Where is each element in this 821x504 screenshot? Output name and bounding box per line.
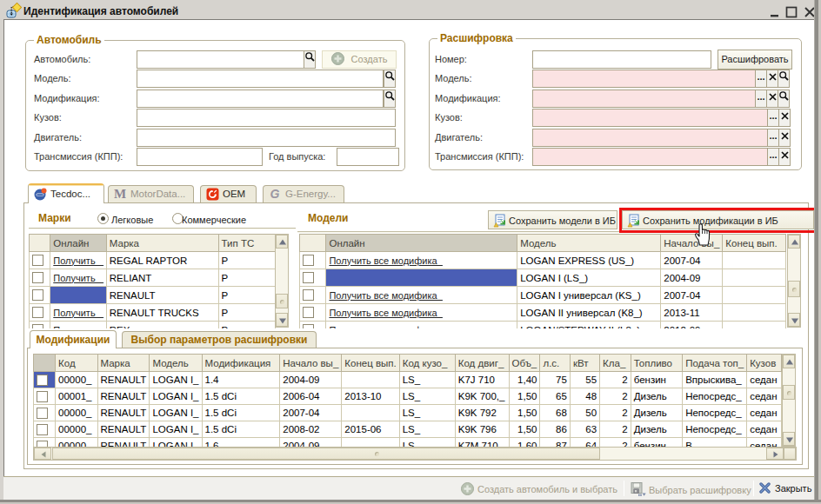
mods-cell-8[interactable]: 1,40 — [509, 372, 540, 388]
decode-transmission-field[interactable] — [532, 148, 768, 166]
mods-cell-8[interactable]: 1,50 — [509, 388, 540, 405]
row-checkbox-cell[interactable] — [30, 287, 50, 304]
maximize-button[interactable] — [785, 6, 798, 18]
mods-cell-7[interactable]: K7J 710 — [455, 372, 509, 388]
mods-cell-7[interactable]: K7M 710 — [455, 438, 509, 448]
modeli-table-scrollbar-down-button[interactable] — [788, 313, 800, 327]
get-all-mods-link[interactable]: Получить все модифика_ — [329, 290, 442, 301]
close-form-button[interactable]: Закрыть — [759, 482, 811, 494]
column-header-3[interactable]: Модель — [150, 355, 202, 372]
column-header-checkbox[interactable] — [30, 235, 50, 252]
mods-row-2[interactable]: 00000_RENAULTLOGAN I_1.5 dCi2007-04LS_K9… — [34, 405, 782, 421]
end-cell[interactable] — [723, 322, 786, 329]
checkbox[interactable] — [32, 289, 43, 301]
online-cell[interactable]: Получить все модифика_ — [326, 304, 517, 322]
decode-engine-field[interactable] — [532, 129, 768, 147]
decode-modification-search-button[interactable] — [778, 90, 790, 108]
column-header-3[interactable]: Тип ТС — [218, 235, 275, 252]
mods-cell-2[interactable]: LOGAN I_ — [150, 438, 202, 448]
tab-decode-params[interactable]: Выбор параметров расшифровки — [122, 331, 317, 348]
model-cell[interactable]: LOGAN I (LS_) — [517, 269, 661, 287]
create-car-button[interactable]: Создать — [322, 50, 397, 69]
decode-transmission-clear-button[interactable] — [778, 148, 791, 166]
mods-cell-11[interactable]: 2 — [600, 405, 631, 421]
mods-cell-10[interactable]: 50 — [570, 405, 599, 421]
get-link[interactable]: Получить — [53, 325, 95, 329]
mods-table-scrollbar-thumb[interactable] — [783, 385, 795, 400]
decode-body-clear-button[interactable] — [778, 109, 791, 127]
row-checkbox-cell[interactable] — [300, 252, 326, 269]
type-cell[interactable]: P — [218, 287, 275, 304]
checkbox[interactable] — [37, 408, 48, 419]
auto-transmission-input[interactable] — [137, 148, 263, 166]
save-models-button[interactable]: Сохранить модели в ИБ — [488, 210, 617, 229]
mods-cell-11[interactable]: 2 — [600, 438, 631, 448]
row-checkbox-cell[interactable] — [30, 269, 50, 287]
mods-cell-5[interactable]: 2013-10 — [342, 388, 399, 405]
get-all-mods-link[interactable]: Получить все модифика_ — [329, 255, 442, 266]
column-header-checkbox[interactable] — [34, 355, 56, 372]
modeli-row-3[interactable]: Получить все модифика_LOGAN II универсал… — [300, 304, 786, 322]
mods-cell-11[interactable]: 2 — [600, 388, 631, 405]
mods-cell-5[interactable]: 2015-06 — [342, 421, 399, 438]
mods-cell-7[interactable]: K9K 700,_ — [455, 388, 509, 405]
mods-cell-3[interactable]: 1.5 dCi — [202, 405, 280, 421]
column-header-2[interactable]: Марка — [106, 235, 218, 252]
decode-model-clear-button[interactable] — [766, 70, 778, 88]
checkbox[interactable] — [37, 375, 48, 386]
checkbox[interactable] — [32, 324, 43, 328]
column-header-12[interactable]: Кла_ — [600, 355, 631, 372]
row-checkbox-cell[interactable] — [30, 322, 50, 329]
online-cell[interactable]: Получить _ — [50, 269, 107, 287]
mods-cell-10[interactable]: 63 — [570, 421, 599, 438]
start-cell[interactable]: 2007-04 — [661, 252, 723, 269]
online-cell[interactable]: Получить все модифика_ — [326, 322, 517, 329]
get-link[interactable]: Получить _ — [53, 308, 103, 318]
online-cell[interactable]: Получить все модифика_ — [326, 252, 517, 269]
model-cell[interactable]: LOGAN/STEPWAY II (L8_) — [517, 322, 661, 329]
year-input[interactable] — [337, 148, 399, 166]
mods-cell-9[interactable]: 75 — [540, 372, 570, 388]
mods-cell-13[interactable]: Непосредс_ — [683, 421, 747, 438]
mods-cell-10[interactable]: 55 — [570, 372, 599, 388]
mods-cell-4[interactable]: 2006-04 — [280, 388, 342, 405]
checkbox[interactable] — [303, 324, 314, 328]
mods-cell-12[interactable]: Дизель — [631, 405, 682, 421]
row-checkbox-cell[interactable] — [34, 388, 56, 405]
column-header-14[interactable]: Подача топ_ — [683, 355, 747, 372]
auto-engine-input[interactable] — [137, 129, 396, 147]
create-and-select-button[interactable]: Создать автомобиль и выбрать — [461, 482, 617, 495]
mods-cell-3[interactable]: 1.6 — [202, 438, 280, 448]
mods-cell-6[interactable]: LS_ — [399, 405, 455, 421]
auto-model-search-button[interactable] — [384, 70, 396, 88]
column-header-13[interactable]: Топливо — [631, 355, 682, 372]
checkbox[interactable] — [303, 289, 314, 301]
mods-cell-0[interactable]: 00000_ — [56, 438, 97, 448]
mods-row-1[interactable]: 00001_RENAULTLOGAN I_1.5 dCi2006-042013-… — [34, 388, 782, 405]
decode-model-dots-button[interactable]: ... — [755, 70, 767, 88]
tab-genergy[interactable]: GG-Energy... — [263, 185, 344, 202]
mods-cell-5[interactable] — [342, 405, 399, 421]
mods-cell-14[interactable]: седан — [747, 405, 782, 421]
column-header-11[interactable]: кВт — [570, 355, 599, 372]
type-cell[interactable]: P — [218, 269, 275, 287]
mods-cell-13[interactable]: Впрыскива_ — [683, 372, 747, 388]
column-header-8[interactable]: Код двиг_ — [455, 355, 509, 372]
column-header-15[interactable]: Кузов — [747, 355, 782, 372]
mods-cell-4[interactable]: 2007-04 — [280, 405, 342, 421]
mods-cell-1[interactable]: RENAULT — [97, 405, 150, 421]
get-all-mods-link[interactable]: Получить все модифика_ — [329, 325, 442, 329]
marki-row-3[interactable]: Получить _RENAULT TRUCKSP — [30, 304, 276, 322]
brand-cell[interactable]: REX — [106, 322, 218, 329]
checkbox[interactable] — [32, 307, 43, 318]
marki-table-scrollbar-thumb[interactable] — [276, 294, 288, 308]
row-checkbox-cell[interactable] — [34, 372, 56, 388]
column-header-1[interactable]: Онлайн — [50, 235, 107, 252]
mods-table-scrollbar-down-button[interactable] — [783, 432, 795, 446]
mods-hscrollbar-thumb[interactable] — [52, 448, 600, 460]
checkbox[interactable] — [303, 255, 314, 266]
row-checkbox-cell[interactable] — [34, 405, 56, 421]
modeli-row-4[interactable]: Получить все модифика_LOGAN/STEPWAY II (… — [300, 322, 786, 329]
tab-oem[interactable]: OEM — [200, 185, 257, 202]
online-cell[interactable]: Получить — [50, 322, 107, 329]
